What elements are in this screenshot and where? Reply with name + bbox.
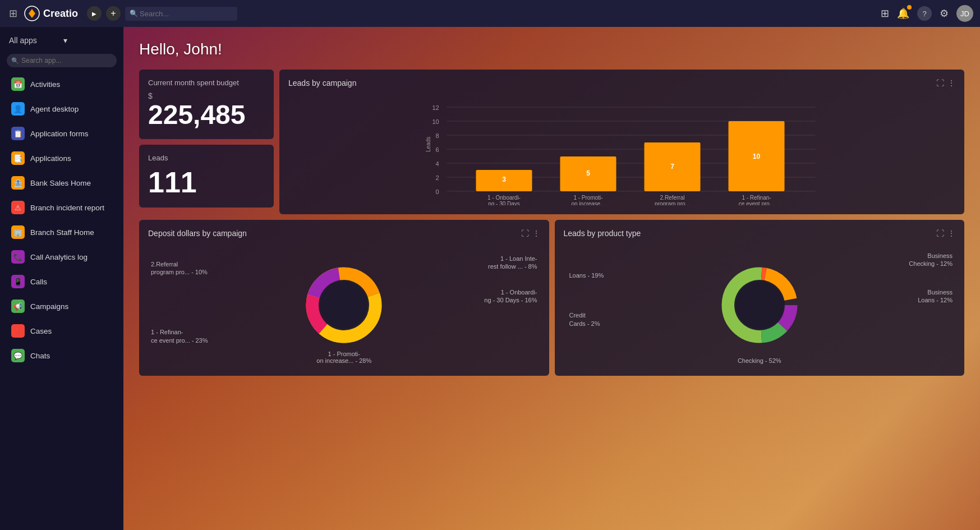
bank-sales-icon: 🏦 bbox=[11, 176, 25, 190]
avatar[interactable]: JD bbox=[956, 5, 973, 22]
sidebar-item-calls[interactable]: 📱 Calls bbox=[2, 270, 121, 293]
leads-value: 111 bbox=[148, 167, 265, 199]
help-icon[interactable]: ? bbox=[917, 6, 932, 21]
apps-grid-icon[interactable]: ⊞ bbox=[7, 5, 20, 22]
deposit-more-button[interactable]: ⋮ bbox=[532, 229, 540, 238]
all-apps-label: All apps bbox=[9, 36, 60, 45]
deposit-donut-svg bbox=[299, 260, 389, 350]
call-analytics-icon: 📞 bbox=[11, 250, 25, 264]
leads-title: Leads bbox=[148, 154, 265, 162]
topbar-actions: ⊞ 🔔 ? ⚙ JD bbox=[881, 5, 973, 22]
grid-icon[interactable]: ⊞ bbox=[881, 7, 889, 20]
sidebar-search-input[interactable] bbox=[7, 54, 117, 67]
deposit-label-bottomleft: 1 - Refinan-ce event pro... - 23% bbox=[151, 328, 208, 344]
chats-label: Chats bbox=[30, 352, 50, 360]
bar-1-xlabel2: ng - 30 Days bbox=[488, 201, 520, 205]
content-area: Hello, John! Current month spent budget … bbox=[123, 27, 980, 530]
page-title: Hello, John! bbox=[139, 40, 964, 58]
svg-text:2: 2 bbox=[436, 174, 439, 181]
agent-desktop-label: Agent desktop bbox=[30, 105, 79, 113]
topbar: ⊞ Creatio ▶ + 🔍 ⊞ 🔔 ? ⚙ JD bbox=[0, 0, 980, 27]
svg-point-22 bbox=[319, 280, 369, 330]
sidebar-item-cases[interactable]: ❗ Cases bbox=[2, 319, 121, 343]
deposit-campaign-card: Deposit dollars by campaign ⛶ ⋮ 2.Referr… bbox=[139, 220, 549, 376]
search-icon: 🔍 bbox=[130, 10, 138, 17]
svg-point-28 bbox=[734, 280, 785, 330]
sidebar-item-agent-desktop[interactable]: 👤 Agent desktop bbox=[2, 97, 121, 121]
svg-text:Leads: Leads bbox=[425, 137, 431, 152]
bar-3-xlabel2: program pro... bbox=[655, 201, 690, 205]
deposit-expand-button[interactable]: ⛶ bbox=[521, 229, 529, 238]
bar-4-xlabel2: ce event pro... bbox=[739, 201, 774, 205]
more-button[interactable]: ⋮ bbox=[947, 79, 955, 87]
activities-icon: 📅 bbox=[11, 77, 25, 91]
bar-4-xlabel: 1 - Refinan- bbox=[742, 195, 771, 201]
deposit-donut-container: 2.Referralprogram pro... - 10% 1 - Refin… bbox=[148, 243, 540, 367]
product-label-loans: Loans - 19% bbox=[569, 271, 604, 279]
deposit-label-topright: 1 - Loan Inte-rest follow ... - 8% bbox=[488, 255, 537, 271]
sidebar-item-branch-incident-report[interactable]: ⚠ Branch incident report bbox=[2, 196, 121, 219]
bar-1-xlabel: 1 - Onboardi- bbox=[487, 195, 521, 201]
svg-text:4: 4 bbox=[436, 160, 439, 167]
leads-product-chart-header: Leads by product type ⛶ ⋮ bbox=[564, 229, 956, 238]
agent-desktop-icon: 👤 bbox=[11, 102, 25, 116]
add-button[interactable]: + bbox=[106, 6, 121, 21]
search-input[interactable] bbox=[125, 7, 237, 21]
bar-3-xlabel: 2.Referral bbox=[660, 195, 685, 201]
sidebar-item-call-analytics-log[interactable]: 📞 Call Analytics log bbox=[2, 245, 121, 269]
chart-header: Leads by campaign ⛶ ⋮ bbox=[288, 79, 955, 87]
activities-label: Activities bbox=[30, 80, 60, 89]
applications-icon: 📑 bbox=[11, 151, 25, 165]
settings-icon[interactable]: ⚙ bbox=[940, 7, 949, 20]
branch-incident-icon: ⚠ bbox=[11, 201, 25, 214]
svg-text:0: 0 bbox=[436, 188, 439, 195]
budget-card: Current month spent budget $ 225,485 bbox=[139, 70, 274, 139]
product-label-business-checking: BusinessChecking - 12% bbox=[909, 252, 953, 268]
bar-2-xlabel: 1 - Promoti- bbox=[573, 195, 602, 201]
branch-staff-icon: 🏢 bbox=[11, 225, 25, 239]
bar-2-label: 5 bbox=[586, 169, 590, 177]
donut-row: Deposit dollars by campaign ⛶ ⋮ 2.Referr… bbox=[139, 220, 964, 376]
leads-product-donut-svg bbox=[715, 260, 804, 350]
cases-icon: ❗ bbox=[11, 324, 25, 338]
sidebar-item-campaigns[interactable]: 📢 Campaigns bbox=[2, 294, 121, 318]
sidebar-search-wrap bbox=[7, 54, 117, 67]
bar-chart-container: 0 2 4 6 8 10 12 bbox=[288, 93, 955, 205]
calls-icon: 📱 bbox=[11, 275, 25, 288]
cases-label: Cases bbox=[30, 327, 52, 335]
main-layout: All apps ▾ 📅 Activities 👤 Agent desktop … bbox=[0, 27, 980, 530]
budget-value: 225,485 bbox=[148, 100, 265, 130]
budget-title: Current month spent budget bbox=[148, 79, 265, 87]
deposit-chart-title: Deposit dollars by campaign bbox=[148, 229, 521, 238]
applications-label: Applications bbox=[30, 154, 71, 163]
deposit-chart-header: Deposit dollars by campaign ⛶ ⋮ bbox=[148, 229, 540, 238]
logo-icon bbox=[24, 6, 40, 21]
product-label-checking: Checking - 52% bbox=[738, 357, 781, 364]
sidebar-item-bank-sales-home[interactable]: 🏦 Bank Sales Home bbox=[2, 171, 121, 195]
expand-button[interactable]: ⛶ bbox=[936, 79, 944, 87]
deposit-label-right: 1 - Onboardi-ng - 30 Days - 16% bbox=[484, 288, 537, 305]
bell-icon[interactable]: 🔔 bbox=[897, 7, 909, 20]
leads-product-more-button[interactable]: ⋮ bbox=[947, 229, 955, 238]
sidebar-item-application-forms[interactable]: 📋 Application forms bbox=[2, 122, 121, 145]
sidebar: All apps ▾ 📅 Activities 👤 Agent desktop … bbox=[0, 27, 123, 530]
bank-sales-label: Bank Sales Home bbox=[30, 179, 91, 187]
content-inner: Hello, John! Current month spent budget … bbox=[123, 27, 980, 530]
sidebar-item-activities[interactable]: 📅 Activities bbox=[2, 72, 121, 96]
leads-product-card: Leads by product type ⛶ ⋮ Loans - 19% Cr… bbox=[555, 220, 965, 376]
leads-by-campaign-card: Leads by campaign ⛶ ⋮ 0 2 4 6 bbox=[279, 70, 964, 214]
all-apps-selector[interactable]: All apps ▾ bbox=[9, 33, 114, 48]
deposit-label-topleft: 2.Referralprogram pro... - 10% bbox=[151, 260, 208, 276]
search-container: 🔍 bbox=[125, 7, 237, 21]
deposit-label-bottom: 1 - Promoti-on increase... - 28% bbox=[316, 351, 371, 364]
bar-chart-svg: 0 2 4 6 8 10 12 bbox=[288, 93, 955, 205]
deposit-chart-actions: ⛶ ⋮ bbox=[521, 229, 540, 238]
sidebar-item-branch-staff-home[interactable]: 🏢 Branch Staff Home bbox=[2, 220, 121, 244]
calls-label: Calls bbox=[30, 278, 47, 286]
sidebar-item-chats[interactable]: 💬 Chats bbox=[2, 344, 121, 367]
chevron-down-icon: ▾ bbox=[63, 36, 114, 45]
sidebar-item-applications[interactable]: 📑 Applications bbox=[2, 146, 121, 170]
play-button[interactable]: ▶ bbox=[87, 6, 102, 21]
leads-product-expand-button[interactable]: ⛶ bbox=[936, 229, 944, 238]
leads-product-donut-container: Loans - 19% CreditCards - 2% BusinessChe… bbox=[564, 243, 956, 367]
